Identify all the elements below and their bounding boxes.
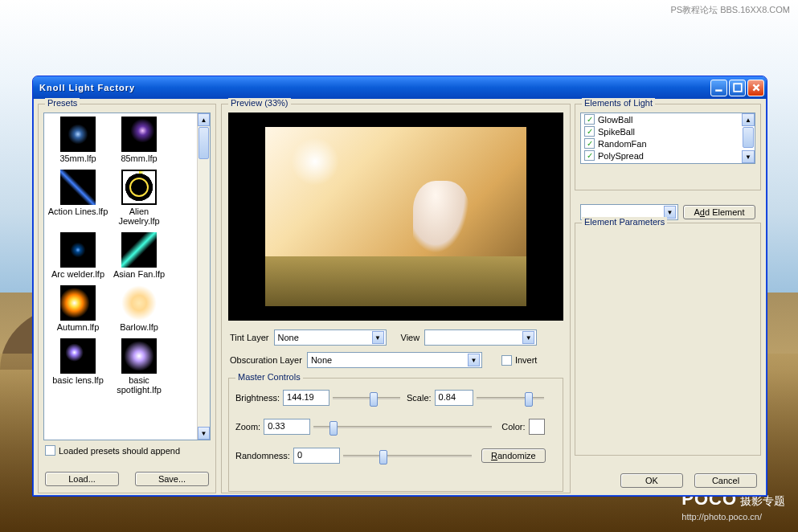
view-dropdown[interactable]: ▼ xyxy=(424,329,537,346)
preset-thumb xyxy=(60,338,96,374)
randomness-label: Randomness: xyxy=(235,451,290,460)
preset-item[interactable]: 85mm.lfp xyxy=(108,117,170,163)
element-row[interactable]: ✓SpikeBall xyxy=(581,125,742,137)
append-checkbox[interactable]: Loaded presets should append xyxy=(45,445,180,456)
scroll-thumb[interactable] xyxy=(198,127,209,159)
scale-slider[interactable] xyxy=(477,390,544,406)
scroll-down-icon[interactable]: ▼ xyxy=(198,427,210,440)
preset-label: Autumn.lfp xyxy=(47,322,108,332)
ok-button[interactable]: OK xyxy=(620,473,683,488)
zoom-slider[interactable] xyxy=(313,419,492,435)
preset-label: basic lens.lfp xyxy=(47,375,108,385)
randomize-button[interactable]: Randomize xyxy=(481,448,546,463)
checkbox-icon: ✓ xyxy=(584,150,595,161)
preset-item[interactable]: Action Lines.lfp xyxy=(47,170,108,226)
master-controls-group: Master Controls Brightness: 144.19 Scale… xyxy=(228,378,563,492)
scroll-thumb[interactable] xyxy=(743,127,754,148)
window-title: Knoll Light Factory xyxy=(39,83,709,92)
master-legend: Master Controls xyxy=(235,372,303,382)
element-row[interactable]: ✓GlowBall xyxy=(581,113,742,125)
zoom-label: Zoom: xyxy=(235,422,260,432)
cancel-button[interactable]: Cancel xyxy=(694,473,757,488)
svg-rect-1 xyxy=(734,84,742,92)
elements-group: Elements of Light ✓GlowBall✓SpikeBall✓Ra… xyxy=(575,104,761,190)
preset-thumb xyxy=(121,117,157,152)
scroll-down-icon[interactable]: ▼ xyxy=(742,150,755,163)
chevron-down-icon: ▼ xyxy=(468,354,480,366)
preset-label: Asian Fan.lfp xyxy=(108,269,170,279)
brightness-slider[interactable] xyxy=(333,390,400,406)
checkbox-icon xyxy=(45,445,55,456)
element-label: SpikeBall xyxy=(598,127,635,137)
preset-item[interactable]: Alien Jewelry.lfp xyxy=(108,170,170,226)
scroll-up-icon[interactable]: ▲ xyxy=(742,113,755,126)
scale-label: Scale: xyxy=(407,393,432,403)
brightness-label: Brightness: xyxy=(235,393,280,403)
maximize-button[interactable] xyxy=(729,80,746,96)
presets-list[interactable]: 35mm.lfp85mm.lfpAction Lines.lfpAlien Je… xyxy=(43,113,211,440)
preset-thumb xyxy=(60,117,96,152)
color-label: Color: xyxy=(501,422,525,432)
preview-image[interactable] xyxy=(228,113,563,321)
preset-item[interactable]: Arc welder.lfp xyxy=(47,232,108,279)
save-button[interactable]: Save... xyxy=(135,472,209,486)
preset-label: Arc welder.lfp xyxy=(47,269,108,279)
scale-input[interactable]: 0.84 xyxy=(435,390,473,406)
element-checkbox[interactable]: ✓ xyxy=(584,138,595,149)
close-button[interactable] xyxy=(747,80,764,96)
tint-label: Tint Layer xyxy=(230,333,269,342)
svg-rect-0 xyxy=(715,89,722,91)
load-button[interactable]: Load... xyxy=(45,472,119,486)
brightness-input[interactable]: 144.19 xyxy=(283,390,329,406)
preset-label: Alien Jewelry.lfp xyxy=(108,207,170,226)
obscuration-dropdown[interactable]: None ▼ xyxy=(307,352,482,368)
preset-thumb xyxy=(60,170,96,205)
preset-item[interactable]: Barlow.lfp xyxy=(108,285,170,332)
elements-legend: Elements of Light xyxy=(582,98,655,108)
scroll-up-icon[interactable]: ▲ xyxy=(198,113,210,126)
preset-thumb xyxy=(60,232,96,268)
checkbox-icon: ✓ xyxy=(584,114,595,125)
preview-group: Preview (33%) Tint Layer None ▼ View ▼ O… xyxy=(221,104,571,493)
element-parameters-group: Element Parameters xyxy=(575,223,761,456)
checkbox-icon: ✓ xyxy=(584,138,595,149)
chevron-down-icon: ▼ xyxy=(522,331,534,344)
obscuration-value: None xyxy=(311,355,332,365)
presets-group: Presets 35mm.lfp85mm.lfpAction Lines.lfp… xyxy=(38,104,216,493)
elements-scrollbar[interactable]: ▲ ▼ xyxy=(742,113,755,163)
chevron-down-icon: ▼ xyxy=(372,331,384,344)
preset-item[interactable]: basic lens.lfp xyxy=(47,338,108,395)
titlebar[interactable]: Knoll Light Factory xyxy=(33,76,767,99)
randomness-input[interactable]: 0 xyxy=(293,448,340,464)
element-label: RandomFan xyxy=(598,139,647,149)
element-label: PolySpread xyxy=(598,151,644,161)
preset-thumb xyxy=(121,285,157,321)
preset-label: Barlow.lfp xyxy=(108,322,170,332)
invert-checkbox[interactable]: Invert xyxy=(501,355,538,366)
add-element-button[interactable]: Add Element xyxy=(683,205,755,219)
color-swatch[interactable] xyxy=(529,419,545,435)
params-legend: Element Parameters xyxy=(582,217,667,227)
element-row[interactable]: ✓PolySpread xyxy=(581,149,742,162)
watermark-top: PS教程论坛 BBS.16XX8.COM xyxy=(670,5,790,15)
elements-list[interactable]: ✓GlowBall✓SpikeBall✓RandomFan✓PolySpread… xyxy=(580,113,755,164)
preset-label: Action Lines.lfp xyxy=(47,207,108,216)
randomness-slider[interactable] xyxy=(343,448,472,464)
minimize-button[interactable] xyxy=(710,80,727,96)
zoom-input[interactable]: 0.33 xyxy=(264,419,310,435)
presets-scrollbar[interactable]: ▲ ▼ xyxy=(197,113,210,440)
preset-thumb xyxy=(60,285,96,321)
preset-item[interactable]: 35mm.lfp xyxy=(47,117,108,163)
preset-label: 35mm.lfp xyxy=(47,153,108,163)
append-label: Loaded presets should append xyxy=(59,446,180,456)
preset-item[interactable]: Autumn.lfp xyxy=(47,285,108,332)
preset-item[interactable]: basic spotlight.lfp xyxy=(108,338,170,395)
obscuration-label: Obscuration Layer xyxy=(230,355,302,365)
element-checkbox[interactable]: ✓ xyxy=(584,150,595,161)
tint-dropdown[interactable]: None ▼ xyxy=(274,329,387,346)
element-checkbox[interactable]: ✓ xyxy=(584,114,595,125)
element-checkbox[interactable]: ✓ xyxy=(584,126,595,137)
checkbox-icon xyxy=(501,355,512,366)
preset-item[interactable]: Asian Fan.lfp xyxy=(108,232,170,279)
element-row[interactable]: ✓RandomFan xyxy=(581,137,742,149)
